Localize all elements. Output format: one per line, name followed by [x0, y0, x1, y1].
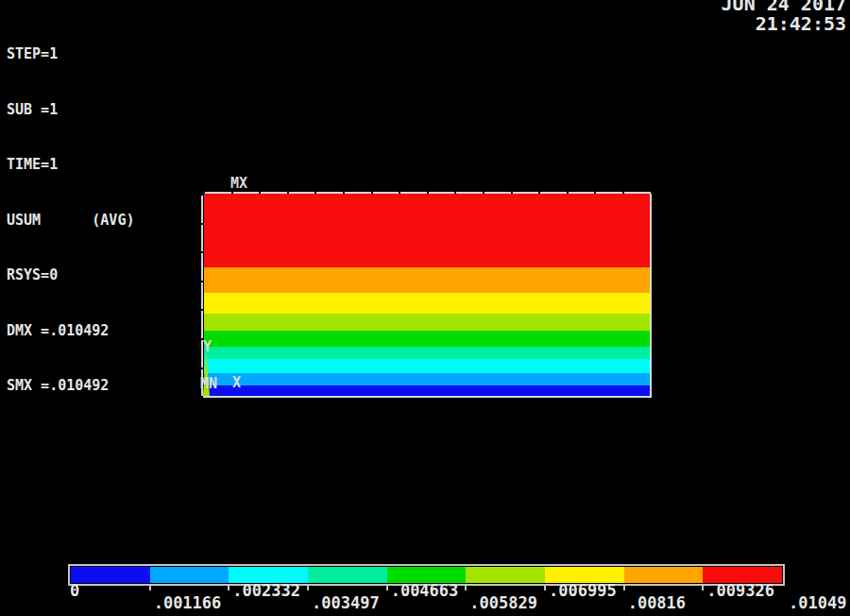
contour-band — [204, 314, 650, 332]
model-top-edge-mesh-ticks — [203, 192, 651, 194]
analysis-line-step: STEP=1 — [7, 45, 134, 64]
legend-tick — [149, 586, 151, 590]
analysis-line-sub: SUB =1 — [7, 101, 134, 120]
legend-value-label: .004663 — [391, 584, 459, 598]
legend-tick — [702, 586, 704, 590]
legend-color-segment — [624, 567, 704, 583]
date-stamp: JUN 24 2017 — [722, 0, 846, 11]
legend-value-label: .001166 — [154, 596, 222, 610]
time-stamp: 21:42:53 — [722, 16, 846, 31]
legend-tick — [465, 586, 467, 590]
analysis-line-usum: USUM (AVG) — [7, 212, 134, 231]
max-value-marker: MX — [230, 177, 247, 190]
contour-band — [204, 359, 650, 373]
legend-value-label: 0 — [70, 584, 79, 598]
legend-value-label: .00816 — [628, 596, 686, 610]
legend-value-label: .002332 — [232, 584, 300, 598]
contour-band — [204, 373, 650, 385]
contour-bands — [204, 194, 650, 396]
legend-value-label: .006995 — [549, 584, 617, 598]
analysis-line-time: TIME=1 — [7, 156, 134, 175]
legend-tick — [623, 586, 625, 590]
legend-value-label: .005829 — [469, 596, 537, 610]
x-axis-label: X — [232, 376, 241, 389]
analysis-text-block: STEP=1 SUB =1 TIME=1 USUM (AVG) RSYS=0 D… — [7, 9, 134, 433]
legend-tick — [544, 586, 546, 590]
legend-value-label: .01049 — [789, 596, 846, 610]
ansys-graphics-window: STEP=1 SUB =1 TIME=1 USUM (AVG) RSYS=0 D… — [0, 0, 850, 616]
analysis-line-smx: SMX =.010492 — [7, 377, 134, 396]
legend-color-segment — [150, 567, 230, 583]
contour-band — [204, 331, 650, 347]
contour-band — [204, 385, 650, 396]
legend-value-label: .009326 — [706, 584, 774, 598]
legend-value-label: .003497 — [312, 596, 380, 610]
legend-color-segment — [71, 567, 150, 583]
legend-tick — [307, 586, 309, 590]
y-axis-label: Y — [203, 340, 212, 353]
legend-color-segment — [466, 567, 545, 583]
analysis-line-rsys: RSYS=0 — [7, 266, 134, 285]
model-left-edge-mesh-ticks — [201, 194, 203, 396]
legend-tick — [228, 586, 230, 590]
contour-band — [204, 347, 650, 360]
contour-band — [204, 267, 650, 294]
datetime-block: JUN 24 2017 21:42:53 — [722, 0, 846, 31]
legend-color-segment — [308, 567, 387, 583]
model-right-edge — [650, 194, 652, 398]
legend-tick — [386, 586, 388, 590]
contour-band — [204, 194, 650, 267]
min-value-marker: MN — [200, 377, 217, 390]
contour-band — [204, 293, 650, 314]
model-bottom-edge — [203, 396, 652, 398]
analysis-line-dmx: DMX =.010492 — [7, 322, 134, 341]
